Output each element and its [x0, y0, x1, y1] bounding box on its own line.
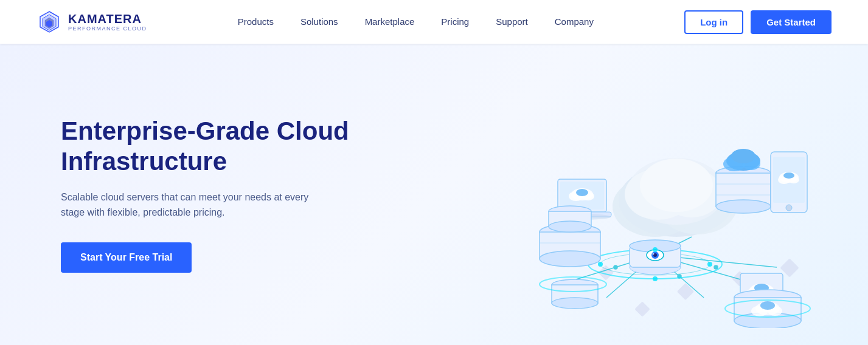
login-button[interactable]: Log in	[684, 10, 743, 34]
svg-point-78	[760, 301, 775, 310]
nav-link-solutions[interactable]: Solutions	[287, 0, 352, 44]
svg-point-66	[786, 205, 792, 211]
nav-item-support: Support	[482, 0, 541, 44]
svg-point-34	[576, 189, 588, 196]
nav-link-pricing[interactable]: Pricing	[428, 0, 482, 44]
nav-link-support[interactable]: Support	[482, 0, 541, 44]
svg-point-85	[707, 262, 712, 267]
svg-rect-10	[634, 301, 650, 316]
hero-content: Enterprise-Grade Cloud Infrastructure Sc…	[61, 116, 377, 273]
brand-tagline: PERFORMANCE CLOUD	[68, 26, 147, 32]
hero-subtitle: Scalable cloud servers that can meet you…	[61, 190, 316, 220]
hero-illustration	[479, 61, 832, 328]
get-started-button[interactable]: Get Started	[751, 10, 832, 34]
svg-rect-6	[677, 283, 694, 300]
nav-item-company: Company	[541, 0, 607, 44]
navbar: KAMATERA PERFORMANCE CLOUD Products Solu…	[0, 0, 868, 44]
free-trial-button[interactable]: Start Your Free Trial	[61, 242, 192, 273]
logo-link[interactable]: KAMATERA PERFORMANCE CLOUD	[36, 9, 147, 35]
nav-item-pricing: Pricing	[428, 0, 482, 44]
svg-point-59	[731, 149, 755, 163]
svg-point-17	[614, 265, 617, 269]
nav-menu: Products Solutions Marketplace Pricing S…	[224, 0, 607, 44]
svg-point-19	[714, 265, 718, 269]
hero-title: Enterprise-Grade Cloud Infrastructure	[61, 116, 377, 177]
nav-link-marketplace[interactable]: Marketplace	[352, 0, 428, 44]
nav-link-products[interactable]: Products	[224, 0, 287, 44]
nav-item-solutions: Solutions	[287, 0, 352, 44]
svg-point-81	[552, 298, 598, 309]
brand-name: KAMATERA	[68, 13, 147, 25]
svg-point-53	[716, 200, 771, 213]
svg-point-39	[540, 251, 600, 267]
svg-point-50	[640, 159, 713, 212]
navbar-actions: Log in Get Started	[684, 10, 832, 34]
svg-point-43	[549, 221, 591, 232]
nav-link-company[interactable]: Company	[541, 0, 607, 44]
cloud-illustration	[479, 61, 832, 328]
kamatera-logo-icon	[36, 9, 62, 35]
nav-item-marketplace: Marketplace	[352, 0, 428, 44]
svg-point-28	[653, 253, 654, 255]
svg-point-87	[653, 276, 658, 281]
svg-point-86	[653, 247, 658, 252]
svg-point-84	[598, 262, 603, 267]
logo-text: KAMATERA PERFORMANCE CLOUD	[68, 13, 147, 32]
svg-point-65	[783, 172, 794, 179]
hero-section: Enterprise-Grade Cloud Infrastructure Sc…	[0, 44, 868, 345]
nav-item-products: Products	[224, 0, 287, 44]
